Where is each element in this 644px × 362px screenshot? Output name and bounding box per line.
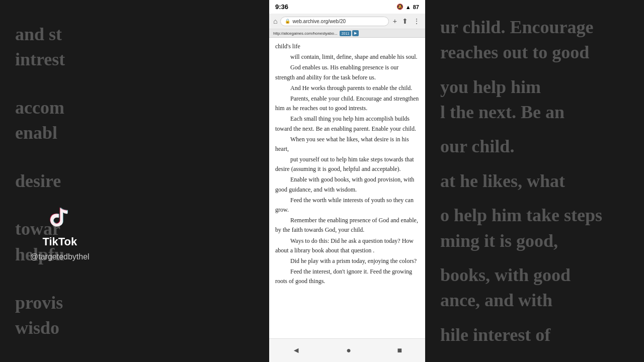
archive-thumb-2017[interactable]: ▶: [352, 30, 359, 36]
content-line-9: Enable with good books, with good provis…: [275, 175, 419, 194]
bg-text-right-2: you help himl the next. Be an: [440, 74, 629, 125]
bg-text-right-3: our child.: [440, 134, 629, 159]
archive-nav: 2011 ▶: [340, 30, 359, 36]
content-line-10: Feed the worth while interests of youth …: [275, 196, 419, 215]
address-bar[interactable]: 🔒 web.archive.org/web/20: [280, 17, 388, 26]
battery-icon: 87: [413, 4, 419, 10]
background-right: ur child. Encouragereaches out to good y…: [425, 0, 644, 362]
bg-text-2: accomenabl: [15, 95, 254, 146]
home-button[interactable]: ⌂: [273, 17, 277, 25]
content-line-5: Parents, enable your child. Encourage an…: [275, 94, 419, 113]
wifi-icon: ▲: [406, 4, 411, 10]
mute-icon: 🔕: [396, 4, 404, 10]
tiktok-username: @targetedbythel: [30, 252, 90, 261]
content-line-2: will contain, limit, define, shape and e…: [275, 52, 419, 62]
bg-text-right-4: at he likes, what: [440, 168, 629, 194]
archive-thumb-2011[interactable]: 2011: [340, 31, 352, 36]
home-nav-button[interactable]: ●: [336, 344, 361, 357]
tiktok-overlay: TikTok @targetedbythel: [30, 204, 90, 261]
content-line-14: Feed the interest, don't ignore it. Feed…: [275, 267, 419, 286]
content-line-4: And He works through parents to enable t…: [275, 83, 419, 93]
content-line-3: God enables us. His enabling presence is…: [275, 63, 419, 82]
share-button[interactable]: ⬆: [401, 16, 409, 26]
content-line-13: Did he play with a prism today, enjoying…: [275, 256, 419, 266]
bg-text-right-5: o help him take stepsming it is good,: [440, 203, 629, 253]
content-line-11: Remember the enabling presence of God an…: [275, 216, 419, 235]
content-line-6: Each small thing you help him accomplish…: [275, 114, 419, 133]
bg-text-right-7: hile interest of: [440, 322, 629, 347]
archive-url-label: http://alicegaines.com/honestyabo...: [273, 31, 338, 36]
content-line-1: child's life: [275, 42, 419, 51]
web-content[interactable]: child's life will contain, limit, define…: [269, 38, 425, 338]
back-button[interactable]: ◄: [282, 344, 310, 357]
bg-text-right-1: ur child. Encouragereaches out to good: [440, 15, 629, 65]
bg-text-3: desire: [15, 168, 254, 194]
navigation-bar: ◄ ● ■: [269, 338, 425, 362]
content-line-8: put yourself out to help him take steps …: [275, 155, 419, 174]
status-time: 9:36: [275, 3, 288, 11]
url-text: web.archive.org/web/20: [292, 19, 346, 24]
archive-bar: http://alicegaines.com/honestyabo... 201…: [269, 29, 425, 38]
bg-text-right-6: books, with goodance, and with: [440, 262, 629, 313]
background-left: and stintrest accomenabl desire towarhel…: [0, 0, 269, 362]
tiktok-icon: [46, 204, 73, 231]
status-bar: 9:36 🔕 ▲ 87: [269, 0, 425, 14]
tiktok-label: TikTok: [42, 235, 77, 248]
browser-bar: ⌂ 🔒 web.archive.org/web/20 + ⬆ ⋮: [269, 14, 425, 29]
content-line-7: When you see what he likes, what desire …: [275, 135, 419, 154]
new-tab-button[interactable]: +: [392, 16, 398, 26]
lock-icon: 🔒: [285, 19, 290, 24]
status-icons: 🔕 ▲ 87: [396, 4, 419, 10]
recents-button[interactable]: ■: [387, 344, 413, 357]
menu-button[interactable]: ⋮: [412, 16, 421, 26]
phone-frame: 9:36 🔕 ▲ 87 ⌂ 🔒 web.archive.org/web/20 +…: [269, 0, 425, 362]
bg-text-1: and stintrest: [15, 22, 254, 72]
bg-text-5: proviswisdo: [15, 290, 254, 341]
content-line-12: Ways to do this: Did he ask a question t…: [275, 236, 419, 255]
